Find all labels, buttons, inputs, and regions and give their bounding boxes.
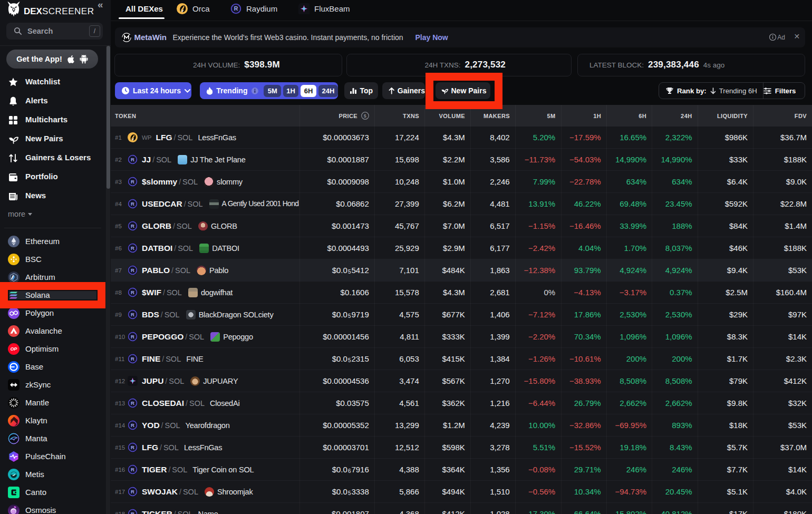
svg-text:R: R <box>131 157 134 162</box>
svg-text:R: R <box>131 444 134 450</box>
svg-text:OP: OP <box>11 346 17 352</box>
svg-text:R: R <box>234 5 238 12</box>
svg-text:R: R <box>131 422 134 428</box>
svg-text:R: R <box>131 400 134 406</box>
svg-text:R: R <box>131 223 134 229</box>
svg-text:R: R <box>131 489 134 494</box>
svg-text:R: R <box>131 289 134 295</box>
svg-text:$: $ <box>364 113 366 119</box>
svg-text:R: R <box>131 334 134 340</box>
svg-text:R: R <box>131 179 134 185</box>
svg-text:R: R <box>131 511 134 514</box>
svg-text:R: R <box>131 201 134 207</box>
svg-text:R: R <box>131 312 134 317</box>
svg-text:R: R <box>131 467 134 472</box>
svg-text:R: R <box>131 356 134 362</box>
svg-text:R: R <box>131 267 134 273</box>
svg-text:R: R <box>131 245 134 251</box>
